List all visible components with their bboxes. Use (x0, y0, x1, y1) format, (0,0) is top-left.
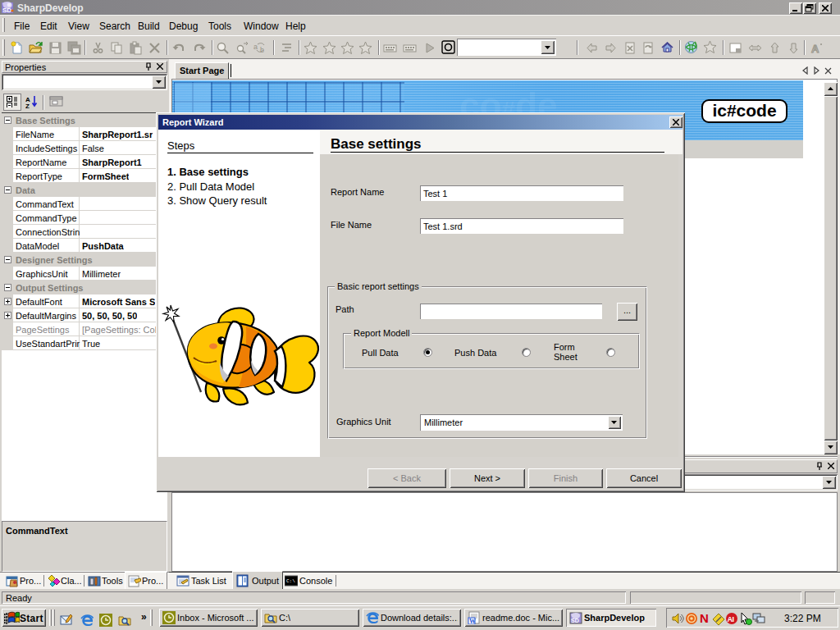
svg-text:C:\: C:\ (286, 578, 295, 584)
svg-text:SD: SD (2, 7, 11, 14)
svg-text:W: W (469, 618, 476, 624)
svg-text:a: a (253, 43, 258, 51)
svg-text:b: b (260, 46, 264, 54)
svg-text:I: I (733, 615, 735, 623)
svg-text:A: A (811, 43, 819, 55)
svg-text:Z: Z (25, 103, 30, 108)
svg-text:SD: SD (571, 618, 579, 623)
